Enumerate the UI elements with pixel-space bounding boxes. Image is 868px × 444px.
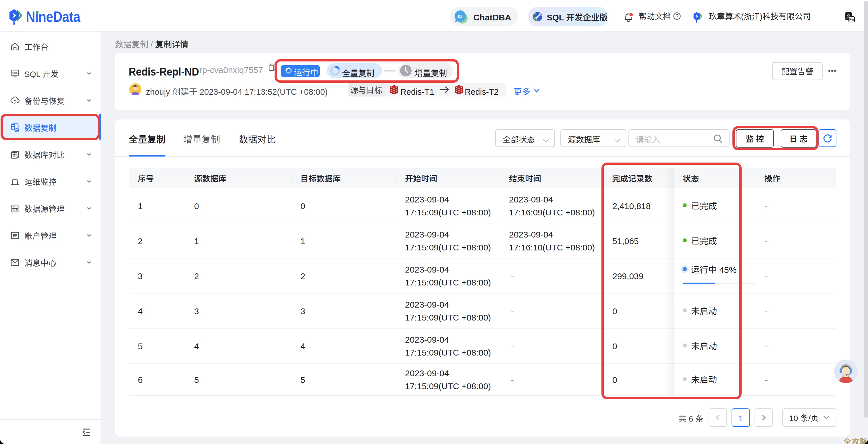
- svg-text:AI: AI: [457, 13, 463, 20]
- svg-text:En: En: [849, 17, 854, 22]
- svg-text:SQL: SQL: [12, 71, 18, 74]
